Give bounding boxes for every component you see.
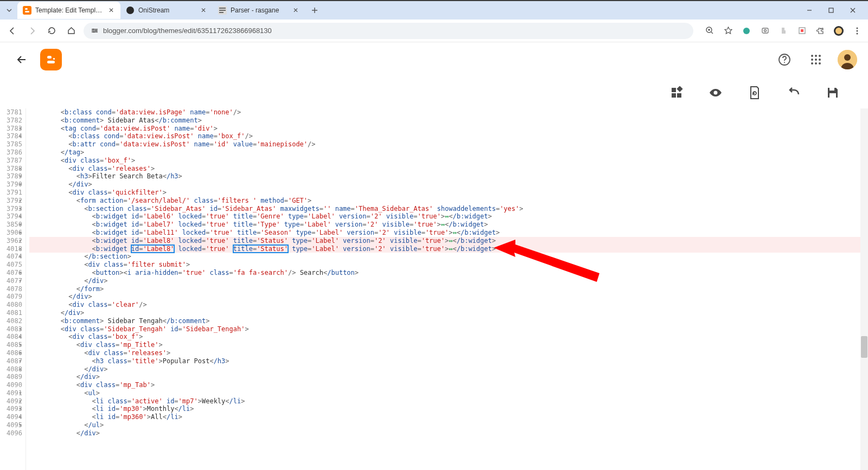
browser-tab[interactable]: Parser - rasgane ✕ — [213, 2, 305, 19]
help-icon[interactable] — [775, 50, 794, 69]
svg-point-27 — [784, 62, 785, 63]
svg-rect-41 — [672, 93, 676, 98]
code-area[interactable]: <b:class cond='data:view.isPage' name='n… — [26, 108, 868, 470]
svg-rect-14 — [762, 28, 768, 33]
svg-rect-17 — [801, 29, 803, 32]
svg-point-19 — [835, 28, 842, 34]
svg-rect-5 — [219, 8, 226, 9]
new-tab-button[interactable] — [307, 3, 322, 18]
favicon-icon — [218, 6, 227, 15]
browser-tab-active[interactable]: Template: Edit Template ✕ — [17, 2, 120, 19]
url-text: blogger.com/blog/themes/edit/63511726238… — [103, 27, 272, 35]
extension-icon[interactable] — [796, 25, 807, 36]
app-header — [0, 42, 868, 77]
svg-point-9 — [92, 29, 94, 30]
address-bar-right — [704, 25, 863, 36]
extension-icon[interactable] — [778, 25, 789, 36]
svg-rect-6 — [219, 10, 226, 11]
tab-close-icon[interactable]: ✕ — [107, 7, 115, 14]
svg-point-22 — [857, 33, 858, 34]
svg-point-30 — [819, 55, 821, 57]
svg-rect-42 — [676, 86, 682, 92]
svg-point-31 — [811, 59, 813, 61]
window-controls — [799, 2, 864, 18]
bookmark-star-icon[interactable] — [723, 25, 733, 36]
blogger-favicon — [23, 6, 31, 15]
svg-rect-0 — [23, 6, 31, 15]
browser-chrome: Template: Edit Template ✕ OniStream ✕ Pa… — [0, 0, 868, 42]
tab-title: Parser - rasgane — [231, 7, 288, 14]
preview-icon[interactable] — [707, 85, 724, 101]
svg-point-13 — [743, 28, 750, 34]
svg-point-21 — [857, 30, 858, 31]
extensions-menu-icon[interactable] — [815, 25, 826, 36]
svg-point-35 — [815, 62, 817, 65]
tab-close-icon[interactable]: ✕ — [200, 7, 207, 14]
user-avatar[interactable] — [838, 50, 857, 69]
svg-point-28 — [811, 55, 813, 57]
scrollbar-track[interactable] — [860, 108, 868, 470]
svg-point-29 — [815, 55, 817, 57]
profile-avatar-icon[interactable] — [833, 25, 844, 36]
svg-point-3 — [126, 7, 134, 14]
tab-search-dropdown[interactable] — [4, 5, 14, 15]
browser-tab-bar: Template: Edit Template ✕ OniStream ✕ Pa… — [0, 0, 868, 20]
nav-reload-icon[interactable] — [44, 24, 59, 38]
svg-point-43 — [714, 91, 718, 95]
svg-point-33 — [819, 59, 821, 61]
line-gutter: 37813782 ▾3783 ▾3784378537863787 ▾3788 ▾… — [0, 108, 26, 470]
svg-point-34 — [811, 62, 813, 65]
svg-point-38 — [844, 54, 851, 61]
extension-icon[interactable] — [741, 25, 752, 36]
window-close-icon[interactable] — [842, 2, 864, 18]
svg-rect-45 — [829, 93, 836, 98]
svg-rect-7 — [219, 12, 224, 13]
nav-home-icon[interactable] — [64, 24, 78, 38]
code-editor[interactable]: 37813782 ▾3783 ▾3784378537863787 ▾3788 ▾… — [0, 108, 868, 470]
url-box[interactable]: blogger.com/blog/themes/edit/63511726238… — [84, 23, 693, 39]
app-back-button[interactable] — [11, 49, 33, 70]
widgets-icon[interactable] — [668, 85, 685, 101]
zoom-icon[interactable] — [704, 25, 715, 36]
save-icon[interactable] — [825, 85, 841, 101]
tab-title: OniStream — [138, 7, 196, 14]
google-apps-icon[interactable] — [806, 50, 826, 69]
svg-rect-23 — [47, 56, 52, 59]
nav-back-icon[interactable] — [5, 24, 20, 38]
svg-rect-40 — [677, 93, 681, 98]
svg-point-11 — [93, 31, 94, 33]
svg-rect-24 — [47, 61, 55, 63]
scrollbar-thumb[interactable] — [861, 336, 867, 358]
browser-menu-icon[interactable] — [852, 25, 863, 36]
window-minimize-icon[interactable] — [799, 2, 820, 18]
svg-rect-2 — [25, 11, 29, 12]
svg-rect-1 — [25, 8, 28, 10]
tab-close-icon[interactable]: ✕ — [292, 7, 299, 14]
svg-rect-44 — [829, 88, 834, 91]
site-settings-icon[interactable] — [90, 27, 99, 35]
address-bar: blogger.com/blog/themes/edit/63511726238… — [0, 20, 868, 42]
nav-forward-icon[interactable] — [25, 24, 39, 38]
svg-rect-39 — [672, 88, 676, 92]
window-maximize-icon[interactable] — [820, 2, 842, 18]
extension-icon[interactable] — [760, 25, 770, 36]
svg-point-10 — [95, 30, 97, 31]
svg-point-36 — [819, 62, 821, 65]
favicon-icon — [126, 6, 135, 15]
blogger-logo[interactable] — [40, 49, 62, 70]
svg-point-20 — [857, 27, 858, 29]
header-right — [775, 50, 857, 69]
browser-tab[interactable]: OniStream ✕ — [120, 2, 213, 19]
svg-point-32 — [815, 59, 817, 61]
editor-toolbar — [0, 77, 868, 108]
svg-rect-25 — [53, 58, 55, 60]
restore-icon[interactable] — [746, 85, 763, 101]
svg-point-15 — [764, 30, 766, 32]
tab-title: Template: Edit Template — [35, 7, 104, 14]
undo-icon[interactable] — [786, 85, 802, 101]
svg-rect-8 — [829, 8, 833, 12]
